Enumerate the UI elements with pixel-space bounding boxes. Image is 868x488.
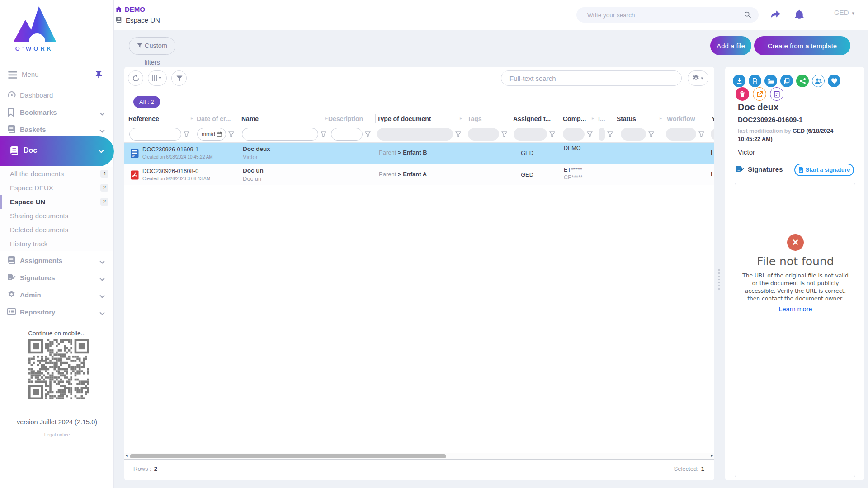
filter-funnel-icon[interactable] [698, 131, 704, 139]
cell-created: Created on 6/18/2024 10:45:22 AM [142, 155, 213, 160]
sort-arrow-icon[interactable]: ▸ [326, 116, 328, 121]
users-icon[interactable] [812, 75, 825, 87]
scrollbar-thumb[interactable] [130, 454, 446, 458]
table-settings-button[interactable] [688, 70, 708, 86]
scroll-right-icon[interactable]: ▸ [711, 453, 713, 458]
start-signature-button[interactable]: Start a signature [794, 164, 854, 176]
column-header-tags[interactable]: Tags [467, 115, 482, 122]
breadcrumb-home[interactable]: DEMO [115, 5, 145, 14]
filter-input-comp [563, 128, 585, 141]
sidebar-item-bookmarks[interactable]: Bookmarks [0, 106, 114, 120]
column-header-comp[interactable]: Comp... [563, 115, 586, 122]
sidebar-subitem-sharing-documents[interactable]: Sharing documents [0, 209, 113, 223]
calendar-icon[interactable] [217, 131, 222, 137]
chevron-down-icon [99, 310, 104, 315]
sidebar-item-admin[interactable]: Admin [0, 288, 114, 303]
document-icon[interactable] [770, 87, 783, 101]
column-header-assigned-t[interactable]: Assigned t... [513, 115, 551, 122]
column-header-type-of-document[interactable]: Type of document [377, 115, 431, 122]
column-header-status[interactable]: Status [617, 115, 636, 122]
table-row-doc230926-01608-0[interactable]: DOC230926-01608-0Created on 9/26/2023 3:… [124, 164, 714, 185]
filter-funnel-icon[interactable] [228, 131, 234, 139]
share-icon[interactable] [796, 75, 809, 87]
all-count-badge[interactable]: All : 2 [133, 96, 160, 108]
copy-icon[interactable] [780, 75, 793, 87]
column-header-y[interactable]: Y... [712, 115, 714, 122]
sidebar-item-label: Admin [20, 291, 41, 299]
word-file-icon: w [131, 149, 139, 160]
refresh-button[interactable] [128, 70, 143, 86]
hamburger-icon[interactable] [8, 71, 17, 80]
sidebar-subitem-all-the-documents[interactable]: All the documents4 [0, 167, 113, 181]
sidebar-subitem-label: History track [10, 240, 47, 248]
sort-arrow-icon[interactable]: ▸ [191, 116, 193, 121]
panel-resize-handle[interactable] [717, 268, 722, 290]
download-icon[interactable] [733, 75, 745, 87]
open-folder-icon[interactable] [764, 75, 777, 87]
filter-funnel-icon[interactable] [648, 131, 654, 139]
sort-arrow-icon[interactable]: ▸ [460, 116, 462, 121]
app-logo[interactable]: O'WORK [8, 5, 61, 52]
column-header-workflow[interactable]: Workflow [667, 115, 695, 122]
search-icon[interactable] [744, 11, 751, 20]
filter-funnel-icon[interactable] [184, 131, 189, 139]
cell-type-of-document: Parent > Enfant A [379, 171, 427, 178]
heart-icon[interactable] [828, 75, 840, 87]
global-search-input[interactable] [587, 7, 736, 23]
filter-funnel-icon[interactable] [587, 131, 593, 139]
file-not-found-message: The URL of the original file is not vali… [741, 272, 849, 303]
external-link-icon[interactable] [753, 87, 766, 101]
sort-arrow-icon[interactable]: ▸ [592, 116, 594, 121]
column-header-i[interactable]: I... [598, 115, 605, 122]
sidebar-subitem-espace-deux[interactable]: Espace DEUX2 [0, 181, 113, 195]
pin-icon[interactable] [95, 71, 102, 80]
learn-more-link[interactable]: Learn more [735, 305, 856, 313]
create-from-template-button[interactable]: Create from a template [754, 36, 850, 55]
column-header-date-of-cr[interactable]: Date of cr... [197, 115, 231, 122]
share-forward-icon[interactable] [769, 9, 782, 22]
custom-filters-button[interactable]: Custom filters [129, 37, 175, 55]
sort-arrow-icon[interactable]: ▸ [660, 116, 662, 121]
filter-funnel-icon[interactable] [321, 131, 326, 139]
columns-button[interactable] [148, 70, 167, 86]
user-menu[interactable]: GED▾ [834, 9, 854, 16]
funnel-icon [137, 43, 142, 48]
sidebar-item-signatures[interactable]: Signatures [0, 271, 114, 286]
sidebar-subitem-deleted-documents[interactable]: Deleted documents [0, 223, 113, 237]
filter-input-name[interactable] [242, 128, 318, 141]
horizontal-scrollbar[interactable]: ◂ ▸ [124, 453, 714, 460]
bell-icon[interactable] [793, 9, 805, 22]
sidebar-item-assignments[interactable]: Assignments [0, 254, 114, 268]
filter-funnel-icon[interactable] [455, 131, 461, 139]
sidebar-subitem-espace-un[interactable]: Espace UN2 [0, 195, 113, 209]
sidebar-item-dashboard[interactable]: Dashboard [0, 89, 114, 103]
filter-input-description[interactable] [331, 128, 363, 141]
sidebar-item-repository[interactable]: Repository [0, 305, 114, 320]
legal-notice-link[interactable]: Legal notice [0, 432, 114, 437]
column-header-name[interactable]: Name [241, 115, 259, 122]
filter-input-tags [468, 128, 499, 141]
column-header-description[interactable]: Description [328, 115, 363, 122]
menu-row[interactable]: Menu [0, 68, 114, 83]
trash-icon[interactable] [736, 87, 749, 101]
sidebar-item-label: Bookmarks [20, 108, 57, 116]
filter-funnel-icon[interactable] [501, 131, 507, 139]
filter-input-date-of-cr[interactable]: mm/d [197, 128, 226, 141]
filter-funnel-icon[interactable] [607, 131, 613, 139]
filter-button[interactable] [171, 70, 187, 86]
scroll-left-icon[interactable]: ◂ [126, 453, 128, 458]
upload-file-icon[interactable] [749, 75, 761, 87]
add-file-button[interactable]: Add a file [710, 36, 751, 55]
filter-funnel-icon[interactable] [549, 131, 555, 139]
filter-input-workflow [666, 128, 696, 141]
filter-funnel-icon[interactable] [365, 131, 371, 139]
sidebar-subitem-history-track[interactable]: History track [0, 237, 113, 251]
table-row-doc230926-01609-1[interactable]: wDOC230926-01609-1Created on 6/18/2024 1… [124, 143, 714, 164]
fulltext-search-input[interactable] [509, 71, 672, 85]
sidebar-item-doc[interactable]: Doc [0, 136, 114, 166]
breadcrumb-space[interactable]: Espace UN [116, 16, 160, 25]
column-divider [508, 114, 508, 123]
sidebar-item-baskets[interactable]: Baskets [0, 123, 114, 137]
filter-input-reference[interactable] [129, 128, 181, 141]
column-header-reference[interactable]: Reference [128, 115, 159, 122]
